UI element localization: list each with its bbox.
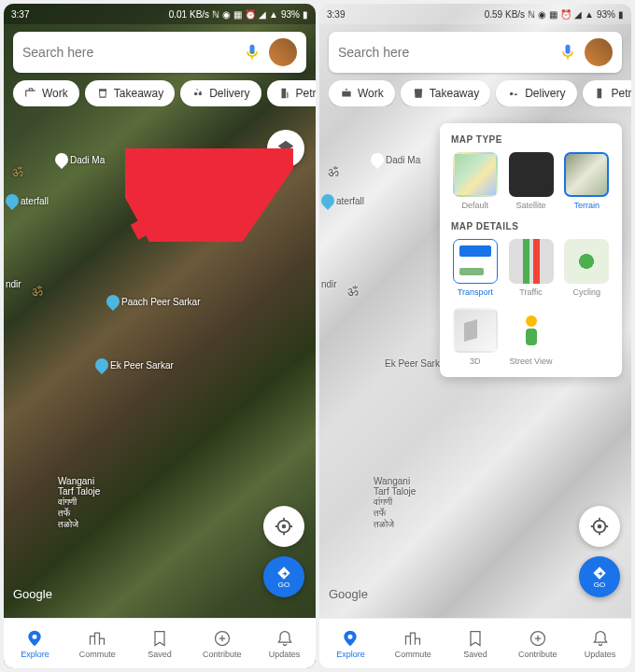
location-icon: ◉ bbox=[222, 9, 231, 20]
nav-saved[interactable]: Saved bbox=[444, 619, 507, 668]
nav-explore[interactable]: Explore bbox=[4, 619, 66, 668]
status-time: 3:39 bbox=[327, 9, 345, 20]
wifi-icon: ◢ bbox=[259, 9, 266, 20]
go-button[interactable]: GO bbox=[263, 556, 304, 597]
crosshair-icon bbox=[274, 516, 294, 537]
poi-waterfall[interactable]: aterfall bbox=[6, 194, 49, 207]
chip-petrol[interactable]: Petrol bbox=[267, 80, 317, 106]
chip-petrol[interactable]: Petrol bbox=[583, 80, 632, 106]
nav-updates[interactable]: Updates bbox=[569, 619, 631, 668]
category-chips: Work Takeaway Delivery Petrol bbox=[329, 80, 631, 106]
chip-work[interactable]: Work bbox=[13, 80, 79, 106]
nav-updates[interactable]: Updates bbox=[253, 619, 316, 668]
annotation-arrow bbox=[125, 148, 293, 242]
profile-avatar[interactable] bbox=[269, 38, 297, 66]
map-detail-3d[interactable]: 3D bbox=[451, 308, 500, 366]
search-bar[interactable]: Search here bbox=[13, 32, 306, 73]
signal-icon: ▲ bbox=[269, 9, 278, 20]
nfc-icon: ℕ bbox=[212, 9, 219, 20]
nav-saved[interactable]: Saved bbox=[129, 619, 191, 668]
nav-commute[interactable]: Commute bbox=[66, 619, 129, 668]
poi-temple-2[interactable]: ॐ bbox=[32, 284, 43, 300]
svg-point-6 bbox=[598, 525, 602, 529]
google-logo: Google bbox=[329, 587, 368, 601]
map-detail-traffic[interactable]: Traffic bbox=[507, 239, 556, 297]
status-net: 0.01 KB/s bbox=[169, 9, 209, 20]
map-type-heading: MAP TYPE bbox=[451, 134, 611, 145]
layers-panel: MAP TYPE Default Satellite Terrain MAP D… bbox=[440, 123, 622, 377]
nav-commute[interactable]: Commute bbox=[382, 619, 444, 668]
vibrate-icon: ▦ bbox=[233, 9, 242, 20]
category-chips: Work Takeaway Delivery Petrol bbox=[13, 80, 316, 106]
map-detail-cycling[interactable]: Cycling bbox=[562, 239, 611, 297]
status-bar: 3:37 0.01 KB/s ℕ◉▦⏰◢▲ 93%▮ bbox=[4, 4, 316, 24]
mic-icon[interactable] bbox=[243, 43, 261, 62]
poi-dadi-ma[interactable]: Dadi Ma bbox=[55, 153, 105, 166]
nav-explore[interactable]: Explore bbox=[319, 619, 382, 668]
poi-ek[interactable]: Ek Peer Sarkar bbox=[95, 358, 174, 371]
poi-mandir[interactable]: ndir bbox=[321, 279, 337, 289]
map-detail-transport[interactable]: Transport bbox=[451, 239, 500, 297]
chip-takeaway[interactable]: Takeaway bbox=[85, 80, 175, 106]
status-bar: 3:39 0.59 KB/s ℕ◉▦⏰◢▲ 93%▮ bbox=[319, 4, 631, 24]
map-type-satellite[interactable]: Satellite bbox=[507, 152, 556, 210]
status-battery: 93% bbox=[281, 9, 300, 20]
bottom-nav: Explore Commute Saved Contribute Updates bbox=[4, 618, 316, 668]
search-placeholder: Search here bbox=[22, 45, 243, 60]
map-type-default[interactable]: Default bbox=[451, 152, 500, 210]
status-battery: 93% bbox=[597, 9, 615, 20]
mic-icon[interactable] bbox=[558, 43, 577, 62]
chip-takeaway[interactable]: Takeaway bbox=[401, 80, 490, 106]
svg-point-2 bbox=[282, 525, 287, 529]
map-detail-streetview[interactable]: Street View bbox=[507, 308, 556, 366]
poi-wangani[interactable]: WanganiTarf Talojeवांगणीतर्फेतळोजे bbox=[374, 476, 416, 530]
poi-waterfall[interactable]: aterfall bbox=[321, 194, 364, 207]
poi-ek[interactable]: Ek Peer Sarkar bbox=[385, 358, 448, 369]
poi-wangani[interactable]: WanganiTarf Talojeवांगणीतर्फेतळोजे bbox=[58, 476, 100, 530]
poi-temple-1[interactable]: ॐ bbox=[328, 164, 339, 180]
go-button[interactable]: GO bbox=[579, 556, 620, 597]
profile-avatar[interactable] bbox=[585, 38, 613, 66]
google-logo: Google bbox=[13, 587, 52, 601]
battery-icon: ▮ bbox=[303, 9, 308, 20]
poi-mandir[interactable]: ndir bbox=[6, 279, 21, 289]
poi-paach[interactable]: Paach Peer Sarkar bbox=[106, 295, 201, 308]
poi-dadi-ma[interactable]: Dadi Ma bbox=[371, 153, 420, 166]
search-placeholder: Search here bbox=[338, 45, 558, 60]
map-details-heading: MAP DETAILS bbox=[451, 221, 611, 231]
poi-temple-2[interactable]: ॐ bbox=[347, 284, 359, 300]
directions-icon bbox=[276, 566, 291, 581]
svg-line-0 bbox=[134, 156, 275, 232]
bottom-nav: Explore Commute Saved Contribute Updates bbox=[319, 618, 631, 668]
poi-temple-1[interactable]: ॐ bbox=[12, 164, 23, 180]
chip-delivery[interactable]: Delivery bbox=[496, 80, 576, 106]
locate-button[interactable] bbox=[579, 506, 620, 547]
locate-button[interactable] bbox=[263, 506, 304, 547]
alarm-icon: ⏰ bbox=[245, 9, 256, 20]
chip-delivery[interactable]: Delivery bbox=[180, 80, 261, 106]
search-bar[interactable]: Search here bbox=[329, 32, 622, 73]
status-net: 0.59 KB/s bbox=[485, 9, 525, 20]
chip-work[interactable]: Work bbox=[329, 80, 395, 106]
nav-contribute[interactable]: Contribute bbox=[190, 619, 253, 668]
status-time: 3:37 bbox=[11, 9, 29, 20]
nav-contribute[interactable]: Contribute bbox=[506, 619, 569, 668]
map-type-terrain[interactable]: Terrain bbox=[562, 152, 611, 210]
